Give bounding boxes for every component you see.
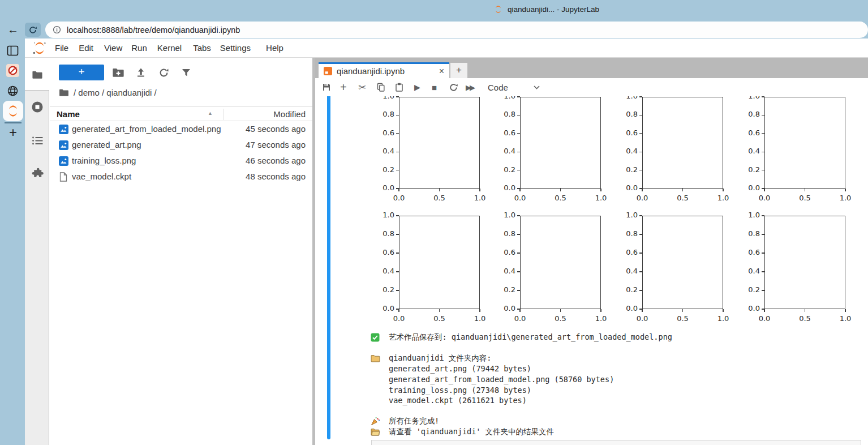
- notebook-tab[interactable]: qianduanjidi.ipynb ×: [319, 62, 449, 78]
- sidebar-toggle-icon[interactable]: [7, 45, 19, 56]
- menu-edit[interactable]: Edit: [79, 43, 93, 53]
- image-file-icon: [59, 125, 68, 134]
- restart-run-all-button[interactable]: ▶▶: [466, 80, 474, 94]
- jupyter-sidebar-tile[interactable]: [3, 101, 23, 121]
- y-tick-label: 0.0: [375, 183, 394, 192]
- x-tick-label: 0.5: [673, 194, 693, 202]
- x-tick-label: 1.0: [713, 314, 733, 323]
- menu-view[interactable]: View: [104, 43, 122, 53]
- x-tick-mark: [398, 309, 399, 312]
- x-tick-mark: [642, 309, 642, 312]
- browser-refresh-button[interactable]: [25, 23, 41, 37]
- y-tick-label: 0.6: [741, 248, 760, 256]
- file-name: generated_art.png: [72, 140, 141, 149]
- new-tab-button[interactable]: +: [450, 63, 467, 78]
- sidebar-add-button[interactable]: +: [6, 125, 20, 140]
- address-bar[interactable]: localhost:8888/lab/tree/demo/qianduanjid…: [45, 22, 868, 38]
- y-tick-mark: [517, 115, 520, 115]
- menu-help[interactable]: Help: [266, 43, 283, 53]
- x-tick-mark: [519, 309, 520, 312]
- column-header-name[interactable]: Name: [57, 109, 80, 119]
- x-tick-mark: [682, 189, 683, 191]
- cell-type-dropdown-chevron[interactable]: [534, 80, 540, 94]
- file-row[interactable]: vae_model.ckpt48 seconds ago: [50, 169, 312, 185]
- image-file-icon: [59, 156, 68, 166]
- y-tick-mark: [517, 96, 520, 97]
- globe-icon[interactable]: [6, 84, 19, 97]
- new-folder-button[interactable]: [112, 66, 124, 79]
- url-text[interactable]: localhost:8888/lab/tree/demo/qianduanjid…: [67, 25, 240, 35]
- x-tick-label: 0.5: [551, 194, 571, 202]
- y-tick-mark: [396, 253, 399, 253]
- y-tick-label: 0.4: [741, 147, 760, 155]
- cut-cells-button[interactable]: ✂: [358, 80, 366, 94]
- y-tick-label: 1.0: [618, 96, 638, 100]
- extension-manager-tab[interactable]: [31, 167, 44, 179]
- active-cell-indicator[interactable]: [327, 96, 330, 439]
- breadcrumb[interactable]: / demo / qianduanjidi /: [59, 86, 157, 99]
- browser-back-button[interactable]: ←: [6, 22, 20, 37]
- file-browser-tab[interactable]: [31, 69, 44, 81]
- x-tick-label: 0.0: [389, 194, 409, 202]
- y-tick-label: 0.8: [375, 229, 394, 238]
- file-row[interactable]: training_loss.png46 seconds ago: [50, 153, 312, 169]
- y-tick-mark: [517, 290, 520, 290]
- y-tick-mark: [762, 290, 764, 290]
- y-tick-label: 0.8: [741, 229, 760, 238]
- y-tick-label: 1.0: [741, 96, 760, 100]
- subplot-axes: [520, 97, 601, 189]
- menu-kernel[interactable]: Kernel: [157, 43, 182, 53]
- column-header-modified[interactable]: Modified: [273, 109, 306, 119]
- copy-cells-button[interactable]: [376, 80, 385, 94]
- table-of-contents-tab[interactable]: [31, 134, 44, 147]
- menu-tabs[interactable]: Tabs: [193, 43, 211, 53]
- x-tick-label: 1.0: [591, 194, 611, 202]
- browser-extension-logo-icon[interactable]: [6, 64, 19, 77]
- refresh-file-list-button[interactable]: [157, 66, 170, 79]
- sort-ascending-icon[interactable]: ▲: [208, 110, 213, 116]
- file-row[interactable]: generated_art.png47 seconds ago: [50, 137, 312, 153]
- x-tick-label: 0.0: [632, 194, 652, 202]
- file-row[interactable]: generated_art_from_loaded_model.png45 se…: [50, 121, 312, 137]
- y-tick-mark: [639, 96, 642, 97]
- next-code-cell[interactable]: [371, 440, 861, 445]
- interrupt-kernel-button[interactable]: ■: [432, 80, 437, 94]
- output-line-text: 所有任务完成!: [389, 416, 439, 426]
- close-tab-icon[interactable]: ×: [439, 66, 444, 76]
- upload-button[interactable]: [135, 66, 147, 79]
- x-tick-label: 0.0: [510, 194, 530, 202]
- browser-sidebar: +: [0, 38, 25, 445]
- save-button[interactable]: [322, 80, 331, 94]
- y-tick-mark: [639, 133, 642, 134]
- save-icon: [322, 83, 331, 92]
- menu-run[interactable]: Run: [131, 43, 147, 53]
- x-tick-mark: [723, 309, 723, 312]
- running-kernels-tab[interactable]: [31, 101, 44, 113]
- y-tick-label: 1.0: [375, 211, 394, 219]
- run-cell-button[interactable]: ▶: [414, 80, 420, 94]
- output-line: generated_art_from_loaded_model.png (587…: [371, 374, 614, 384]
- filter-files-button[interactable]: [180, 66, 192, 79]
- y-tick-mark: [639, 170, 642, 170]
- y-tick-label: 0.2: [618, 165, 638, 174]
- folder-open-emoji-icon: [371, 428, 380, 436]
- add-cell-button[interactable]: +: [340, 80, 347, 94]
- y-tick-mark: [762, 152, 764, 152]
- y-tick-label: 1.0: [375, 96, 394, 100]
- y-tick-label: 0.6: [741, 129, 760, 137]
- x-tick-label: 0.0: [754, 194, 775, 202]
- paste-cells-button[interactable]: [395, 80, 403, 94]
- breadcrumb-path[interactable]: / demo / qianduanjidi /: [74, 88, 157, 97]
- y-tick-mark: [517, 234, 520, 234]
- x-tick-mark: [845, 189, 845, 191]
- cell-type-dropdown[interactable]: Code: [488, 80, 508, 94]
- new-launcher-button[interactable]: +: [59, 65, 104, 80]
- restart-icon: [449, 83, 458, 92]
- y-tick-mark: [639, 290, 642, 290]
- restart-kernel-button[interactable]: [449, 80, 458, 94]
- notebook-panel: qianduanjidi.ipynb × + + ✂: [315, 58, 868, 445]
- menu-settings[interactable]: Settings: [220, 43, 251, 53]
- y-tick-label: 0.8: [496, 110, 515, 118]
- site-info-icon[interactable]: [53, 25, 61, 34]
- menu-file[interactable]: File: [55, 43, 68, 53]
